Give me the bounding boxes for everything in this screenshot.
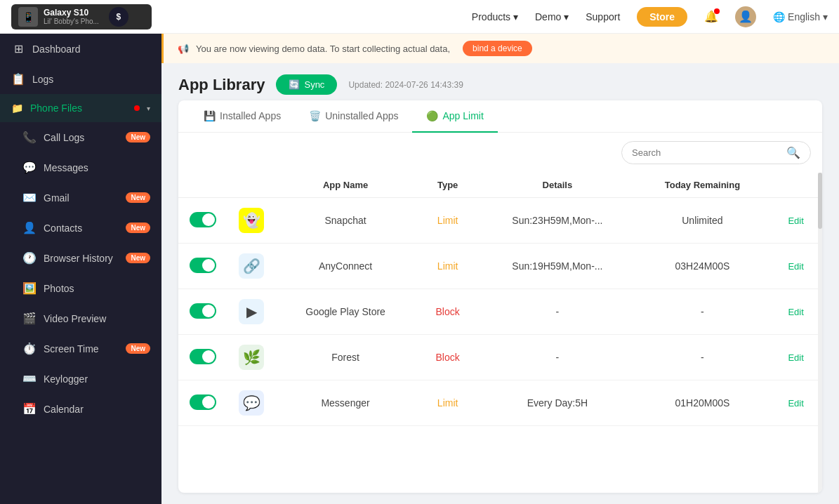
toggle-cell[interactable] bbox=[178, 244, 227, 289]
col-details: Details bbox=[480, 173, 635, 198]
edit-button[interactable]: Edit bbox=[788, 398, 803, 409]
sidebar-item-keylogger[interactable]: ⌨️ Keylogger bbox=[11, 364, 161, 394]
sidebar-item-call-logs[interactable]: 📞 Call Logs New bbox=[11, 122, 161, 152]
scrollbar-thumb[interactable] bbox=[818, 173, 822, 229]
edit-cell[interactable]: Edit bbox=[769, 198, 822, 244]
topnav-center: Products ▾ Demo ▾ Support Store 🔔 👤 🌐 En… bbox=[472, 6, 828, 27]
sidebar-item-video-preview[interactable]: 🎬 Video Preview bbox=[11, 303, 161, 333]
sidebar-item-photos[interactable]: 🖼️ Photos bbox=[11, 273, 161, 303]
call-logs-icon: 📞 bbox=[22, 131, 37, 144]
nav-support[interactable]: Support bbox=[586, 11, 620, 22]
edit-cell[interactable]: Edit bbox=[769, 289, 822, 335]
calendar-icon: 📅 bbox=[22, 402, 37, 416]
sidebar-item-label: Contacts bbox=[44, 223, 82, 234]
toggle-switch[interactable] bbox=[190, 212, 216, 227]
toggle-cell[interactable] bbox=[178, 289, 227, 335]
topnav: 📱 Galaxy S10 Lil' Bobby's Pho... $ Produ… bbox=[0, 0, 839, 34]
app-icon: 👻 bbox=[239, 208, 264, 233]
edit-button[interactable]: Edit bbox=[788, 261, 803, 272]
app-library-card: 💾 Installed Apps 🗑️ Uninstalled Apps 🟢 A… bbox=[178, 100, 822, 493]
sidebar-item-logs[interactable]: 📋 Logs bbox=[0, 64, 161, 94]
app-icon: 🔗 bbox=[239, 253, 264, 279]
type-label: Limit bbox=[437, 215, 458, 226]
store-button[interactable]: Store bbox=[637, 7, 687, 27]
sidebar-item-dashboard[interactable]: ⊞ Dashboard bbox=[0, 34, 161, 64]
device-name: Galaxy S10 bbox=[44, 8, 99, 18]
edit-cell[interactable]: Edit bbox=[769, 335, 822, 380]
sidebar-item-label: Browser History bbox=[44, 253, 113, 264]
tab-app-limit[interactable]: 🟢 App Limit bbox=[412, 100, 497, 133]
sidebar-item-screen-time[interactable]: ⏱️ Screen Time New bbox=[11, 333, 161, 364]
updated-text: Updated: 2024-07-26 14:43:39 bbox=[348, 80, 463, 90]
contacts-icon: 👤 bbox=[22, 221, 37, 234]
toggle-cell[interactable] bbox=[178, 335, 227, 380]
sidebar-item-gmail[interactable]: ✉️ Gmail New bbox=[11, 183, 161, 213]
banner-text: You are now viewing demo data. To start … bbox=[196, 44, 450, 54]
sidebar-item-messages[interactable]: 💬 Messages bbox=[11, 152, 161, 183]
toggle-switch[interactable] bbox=[190, 349, 216, 364]
edit-cell[interactable]: Edit bbox=[769, 244, 822, 289]
video-preview-icon: 🎬 bbox=[22, 312, 37, 325]
toggle-switch[interactable] bbox=[190, 303, 216, 319]
bind-device-button[interactable]: bind a device bbox=[463, 41, 532, 56]
notification-bell[interactable]: 🔔 bbox=[704, 10, 718, 23]
tab-installed-apps[interactable]: 💾 Installed Apps bbox=[190, 100, 295, 133]
new-badge: New bbox=[126, 253, 150, 263]
device-sub: Lil' Bobby's Pho... bbox=[44, 18, 99, 25]
col-type: Type bbox=[416, 173, 480, 198]
details-cell: - bbox=[480, 289, 635, 335]
sync-button[interactable]: 🔄 Sync bbox=[276, 74, 337, 95]
toggle-switch[interactable] bbox=[190, 258, 216, 273]
edit-button[interactable]: Edit bbox=[788, 352, 803, 363]
app-name-cell: Messenger bbox=[275, 380, 416, 426]
dashboard-icon: ⊞ bbox=[11, 42, 25, 55]
search-box[interactable]: 🔍 bbox=[621, 141, 811, 164]
wallet-icon[interactable]: $ bbox=[109, 7, 128, 27]
megaphone-icon: 📢 bbox=[178, 44, 189, 54]
keylogger-icon: ⌨️ bbox=[22, 372, 37, 385]
sidebar-item-calendar[interactable]: 📅 Calendar bbox=[11, 394, 161, 424]
app-icon: ▶ bbox=[239, 299, 264, 324]
app-name-cell: Google Play Store bbox=[275, 289, 416, 335]
app-name-cell: AnyConnect bbox=[275, 244, 416, 289]
toggle-cell[interactable] bbox=[178, 198, 227, 244]
sidebar-item-label: Logs bbox=[32, 74, 53, 85]
sidebar-item-label: Video Preview bbox=[44, 313, 106, 324]
col-icon bbox=[227, 173, 275, 198]
app-limit-icon: 🟢 bbox=[426, 110, 438, 121]
app-limit-table: App Name Type Details Today Remaining 👻 … bbox=[178, 173, 822, 426]
gmail-icon: ✉️ bbox=[22, 191, 37, 204]
nav-products[interactable]: Products ▾ bbox=[472, 11, 518, 22]
tab-uninstalled-apps[interactable]: 🗑️ Uninstalled Apps bbox=[295, 100, 412, 133]
toggle-cell[interactable] bbox=[178, 380, 227, 426]
messages-icon: 💬 bbox=[22, 161, 37, 174]
scrollbar-track bbox=[818, 173, 822, 493]
language-selector[interactable]: 🌐 English ▾ bbox=[773, 11, 828, 22]
sidebar: ⊞ Dashboard 📋 Logs 📁 Phone Files ▾ 📞 Cal… bbox=[0, 34, 161, 504]
table-row: 👻 Snapchat Limit Sun:23H59M,Mon-... Unli… bbox=[178, 198, 822, 244]
sidebar-item-phone-files[interactable]: 📁 Phone Files ▾ bbox=[0, 94, 161, 122]
new-badge: New bbox=[126, 223, 150, 233]
tab-label: Uninstalled Apps bbox=[325, 110, 398, 121]
toggle-switch[interactable] bbox=[190, 394, 216, 410]
type-cell: Block bbox=[416, 289, 480, 335]
uninstalled-apps-icon: 🗑️ bbox=[309, 110, 321, 121]
app-icon: 🌿 bbox=[239, 345, 264, 370]
edit-button[interactable]: Edit bbox=[788, 215, 803, 226]
device-info[interactable]: 📱 Galaxy S10 Lil' Bobby's Pho... $ bbox=[11, 4, 152, 29]
sidebar-item-label: Call Logs bbox=[44, 132, 84, 143]
edit-button[interactable]: Edit bbox=[788, 307, 803, 317]
table-row: ▶ Google Play Store Block - - Edit bbox=[178, 289, 822, 335]
table-row: 💬 Messenger Limit Every Day:5H 01H20M00S… bbox=[178, 380, 822, 426]
sidebar-item-browser-history[interactable]: 🕐 Browser History New bbox=[11, 243, 161, 273]
search-input[interactable] bbox=[632, 147, 781, 158]
details-cell: Every Day:5H bbox=[480, 380, 635, 426]
sidebar-item-contacts[interactable]: 👤 Contacts New bbox=[11, 213, 161, 243]
edit-cell[interactable]: Edit bbox=[769, 380, 822, 426]
avatar[interactable]: 👤 bbox=[735, 6, 756, 27]
demo-banner: 📢 You are now viewing demo data. To star… bbox=[161, 34, 839, 63]
nav-demo[interactable]: Demo ▾ bbox=[535, 11, 569, 22]
today-remaining-cell: - bbox=[635, 335, 770, 380]
notification-dot bbox=[714, 8, 720, 14]
app-icon-cell: 💬 bbox=[227, 380, 275, 426]
